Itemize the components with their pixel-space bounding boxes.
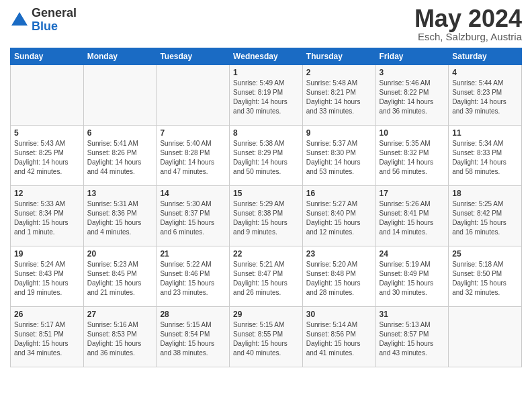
day-info: Sunrise: 5:40 AM Sunset: 8:28 PM Dayligh…	[160, 139, 226, 177]
calendar-cell: 15Sunrise: 5:29 AM Sunset: 8:38 PM Dayli…	[230, 186, 303, 246]
calendar-cell: 17Sunrise: 5:26 AM Sunset: 8:41 PM Dayli…	[375, 186, 449, 246]
header-tuesday: Tuesday	[157, 48, 230, 65]
day-number: 27	[87, 310, 153, 319]
logo-blue: Blue	[32, 19, 58, 33]
day-info: Sunrise: 5:26 AM Sunset: 8:41 PM Dayligh…	[380, 199, 445, 237]
day-info: Sunrise: 5:34 AM Sunset: 8:33 PM Dayligh…	[452, 139, 518, 177]
calendar-cell: 8Sunrise: 5:38 AM Sunset: 8:29 PM Daylig…	[230, 126, 303, 186]
calendar-cell: 11Sunrise: 5:34 AM Sunset: 8:33 PM Dayli…	[449, 126, 522, 186]
header-thursday: Thursday	[302, 48, 375, 65]
day-info: Sunrise: 5:30 AM Sunset: 8:37 PM Dayligh…	[160, 199, 226, 237]
calendar-cell	[449, 307, 522, 367]
calendar-cell: 3Sunrise: 5:46 AM Sunset: 8:22 PM Daylig…	[375, 65, 449, 126]
calendar-cell: 14Sunrise: 5:30 AM Sunset: 8:37 PM Dayli…	[157, 186, 230, 246]
day-number: 15	[233, 189, 299, 198]
calendar-week-5: 26Sunrise: 5:17 AM Sunset: 8:51 PM Dayli…	[11, 307, 522, 367]
calendar-cell: 24Sunrise: 5:19 AM Sunset: 8:49 PM Dayli…	[375, 246, 449, 307]
calendar-cell: 30Sunrise: 5:14 AM Sunset: 8:56 PM Dayli…	[302, 307, 375, 367]
calendar-cell	[157, 65, 230, 126]
day-info: Sunrise: 5:15 AM Sunset: 8:54 PM Dayligh…	[160, 320, 226, 358]
day-number: 7	[160, 128, 226, 138]
day-number: 19	[14, 249, 80, 259]
title-block: May 2024 Esch, Salzburg, Austria	[414, 7, 522, 42]
calendar-cell: 29Sunrise: 5:15 AM Sunset: 8:55 PM Dayli…	[230, 307, 303, 367]
calendar-cell: 31Sunrise: 5:13 AM Sunset: 8:57 PM Dayli…	[375, 307, 449, 367]
day-number: 30	[306, 310, 372, 319]
calendar-cell: 23Sunrise: 5:20 AM Sunset: 8:48 PM Dayli…	[302, 246, 375, 307]
day-number: 5	[14, 128, 80, 138]
day-number: 2	[306, 68, 372, 77]
calendar-cell: 7Sunrise: 5:40 AM Sunset: 8:28 PM Daylig…	[157, 126, 230, 186]
day-number: 23	[306, 249, 372, 259]
calendar-week-2: 5Sunrise: 5:43 AM Sunset: 8:25 PM Daylig…	[11, 126, 522, 186]
day-info: Sunrise: 5:14 AM Sunset: 8:56 PM Dayligh…	[306, 320, 372, 358]
calendar-header-row: SundayMondayTuesdayWednesdayThursdayFrid…	[11, 48, 522, 65]
day-info: Sunrise: 5:19 AM Sunset: 8:49 PM Dayligh…	[380, 260, 445, 298]
calendar-cell: 12Sunrise: 5:33 AM Sunset: 8:34 PM Dayli…	[11, 186, 84, 246]
calendar-cell: 26Sunrise: 5:17 AM Sunset: 8:51 PM Dayli…	[11, 307, 84, 367]
header-sunday: Sunday	[11, 48, 84, 65]
calendar-cell: 16Sunrise: 5:27 AM Sunset: 8:40 PM Dayli…	[302, 186, 375, 246]
calendar-week-4: 19Sunrise: 5:24 AM Sunset: 8:43 PM Dayli…	[11, 246, 522, 307]
day-info: Sunrise: 5:29 AM Sunset: 8:38 PM Dayligh…	[233, 199, 299, 237]
day-info: Sunrise: 5:25 AM Sunset: 8:42 PM Dayligh…	[452, 199, 518, 237]
calendar-cell: 5Sunrise: 5:43 AM Sunset: 8:25 PM Daylig…	[11, 126, 84, 186]
day-number: 28	[160, 310, 226, 319]
day-info: Sunrise: 5:20 AM Sunset: 8:48 PM Dayligh…	[306, 260, 372, 298]
day-number: 6	[87, 128, 153, 138]
calendar-cell: 10Sunrise: 5:35 AM Sunset: 8:32 PM Dayli…	[375, 126, 449, 186]
day-info: Sunrise: 5:15 AM Sunset: 8:55 PM Dayligh…	[233, 320, 299, 358]
month-title: May 2024	[414, 7, 522, 31]
day-info: Sunrise: 5:27 AM Sunset: 8:40 PM Dayligh…	[306, 199, 372, 237]
day-number: 16	[306, 189, 372, 198]
day-number: 8	[233, 128, 299, 138]
day-number: 31	[380, 310, 445, 319]
day-info: Sunrise: 5:48 AM Sunset: 8:21 PM Dayligh…	[306, 79, 372, 116]
calendar-cell: 18Sunrise: 5:25 AM Sunset: 8:42 PM Dayli…	[449, 186, 522, 246]
calendar-cell	[11, 65, 84, 126]
day-number: 26	[14, 310, 80, 319]
logo-text: General Blue	[32, 7, 77, 34]
day-info: Sunrise: 5:49 AM Sunset: 8:19 PM Dayligh…	[233, 79, 299, 116]
calendar-week-3: 12Sunrise: 5:33 AM Sunset: 8:34 PM Dayli…	[11, 186, 522, 246]
calendar-cell: 25Sunrise: 5:18 AM Sunset: 8:50 PM Dayli…	[449, 246, 522, 307]
day-info: Sunrise: 5:33 AM Sunset: 8:34 PM Dayligh…	[14, 199, 80, 237]
day-info: Sunrise: 5:23 AM Sunset: 8:45 PM Dayligh…	[87, 260, 153, 298]
page-header: General Blue May 2024 Esch, Salzburg, Au…	[10, 7, 522, 42]
day-number: 3	[380, 68, 445, 77]
logo-general: General	[32, 6, 77, 19]
calendar-cell: 1Sunrise: 5:49 AM Sunset: 8:19 PM Daylig…	[230, 65, 303, 126]
day-info: Sunrise: 5:13 AM Sunset: 8:57 PM Dayligh…	[380, 320, 445, 358]
day-number: 22	[233, 249, 299, 259]
calendar-cell: 13Sunrise: 5:31 AM Sunset: 8:36 PM Dayli…	[83, 186, 157, 246]
day-info: Sunrise: 5:46 AM Sunset: 8:22 PM Dayligh…	[380, 79, 445, 116]
calendar-cell: 28Sunrise: 5:15 AM Sunset: 8:54 PM Dayli…	[157, 307, 230, 367]
location-subtitle: Esch, Salzburg, Austria	[414, 31, 522, 42]
day-info: Sunrise: 5:16 AM Sunset: 8:53 PM Dayligh…	[87, 320, 153, 358]
logo: General Blue	[10, 7, 77, 34]
calendar-cell: 22Sunrise: 5:21 AM Sunset: 8:47 PM Dayli…	[230, 246, 303, 307]
day-number: 4	[452, 68, 518, 77]
day-info: Sunrise: 5:31 AM Sunset: 8:36 PM Dayligh…	[87, 199, 153, 237]
day-info: Sunrise: 5:18 AM Sunset: 8:50 PM Dayligh…	[452, 260, 518, 298]
calendar-cell: 21Sunrise: 5:22 AM Sunset: 8:46 PM Dayli…	[157, 246, 230, 307]
calendar-cell	[83, 65, 157, 126]
day-info: Sunrise: 5:37 AM Sunset: 8:30 PM Dayligh…	[306, 139, 372, 177]
calendar-cell: 20Sunrise: 5:23 AM Sunset: 8:45 PM Dayli…	[83, 246, 157, 307]
calendar-week-1: 1Sunrise: 5:49 AM Sunset: 8:19 PM Daylig…	[11, 65, 522, 126]
day-number: 14	[160, 189, 226, 198]
day-number: 10	[380, 128, 445, 138]
day-info: Sunrise: 5:43 AM Sunset: 8:25 PM Dayligh…	[14, 139, 80, 177]
day-info: Sunrise: 5:38 AM Sunset: 8:29 PM Dayligh…	[233, 139, 299, 177]
calendar-cell: 2Sunrise: 5:48 AM Sunset: 8:21 PM Daylig…	[302, 65, 375, 126]
day-number: 12	[14, 189, 80, 198]
day-info: Sunrise: 5:44 AM Sunset: 8:23 PM Dayligh…	[452, 79, 518, 116]
day-number: 24	[380, 249, 445, 259]
day-info: Sunrise: 5:21 AM Sunset: 8:47 PM Dayligh…	[233, 260, 299, 298]
header-saturday: Saturday	[449, 48, 522, 65]
day-number: 21	[160, 249, 226, 259]
day-info: Sunrise: 5:22 AM Sunset: 8:46 PM Dayligh…	[160, 260, 226, 298]
day-info: Sunrise: 5:35 AM Sunset: 8:32 PM Dayligh…	[380, 139, 445, 177]
calendar-cell: 19Sunrise: 5:24 AM Sunset: 8:43 PM Dayli…	[11, 246, 84, 307]
day-number: 25	[452, 249, 518, 259]
